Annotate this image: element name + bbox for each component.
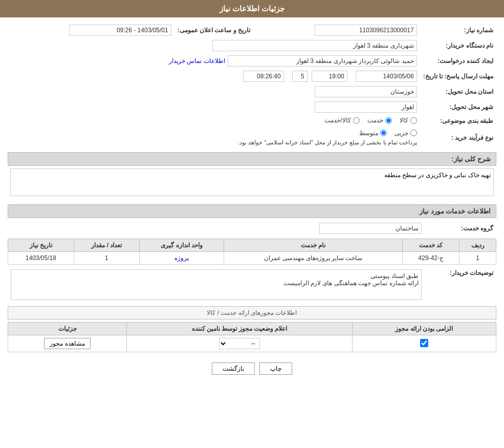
cell-tedad: 1 [74, 252, 140, 265]
ijadKonande-value: حمید شالوئی کاربرداز شهرداری منطقه 3 اهو… [228, 55, 417, 67]
col-tarikh: تاریخ نیاز [8, 239, 74, 252]
cell-name: ساخت سایر پروژه‌های مهندسی عمران [224, 252, 402, 265]
mohlat-baghimande: 08:26:40 [243, 71, 284, 82]
footer-buttons: چاپ بازگشت [8, 355, 496, 382]
cell-radif: 1 [459, 252, 496, 265]
cell-code: ج-42-429 [403, 252, 459, 265]
cell-elzami [352, 335, 496, 352]
mojaz-section-title: اطلاعات مجوزهای ارائه خدمت / کالا [8, 306, 496, 319]
shomareNiaz-value: 1103096213000017 [315, 25, 417, 36]
bazgasht-button[interactable]: بازگشت [212, 362, 255, 375]
col-joziat: جزئیات [8, 323, 127, 335]
cell-joziat: مشاهده مجوز [8, 335, 127, 352]
ostan-label: استان محل تحویل: [420, 84, 496, 99]
grohe-value: ساختمان [319, 223, 422, 234]
noe-motavas[interactable]: متوسط [359, 130, 387, 137]
ostan-value: خوزستان [315, 86, 417, 97]
namDastgah-label: نام دستگاه خریدار: [420, 38, 496, 53]
col-elzami: الزامی بودن ارائه مجوز [352, 323, 496, 335]
page-title: جزئیات اطلاعات نیاز [220, 4, 284, 13]
mohlat-saat: 19:00 [312, 71, 347, 82]
shahr-value: اهواز [315, 101, 417, 113]
tabaqe-kala[interactable]: کالا [400, 117, 417, 124]
col-elamvaz: اعلام وضعیت مجوز توسط نامین کننده [127, 323, 353, 335]
ijadKonande-label: ایجاد کننده درخواست: [420, 53, 496, 69]
khadamat-section-title: اطلاعات خدمات مورد نیاز [8, 204, 496, 218]
tozihat-label: توضیحات خریدار: [425, 267, 496, 302]
sharh-section-title: شرح کلی نیاز: [8, 152, 496, 166]
elamvaz-select[interactable]: -- [219, 338, 260, 349]
cell-unit: پروژه [140, 252, 224, 265]
shahr-label: شهر محل تحویل: [420, 99, 496, 115]
tozihat-box: طبق اسناد پیوستی ارائه شماره تماس جهت هم… [11, 269, 422, 300]
namDastgah-value: شهرداری منطقه 3 اهواز [212, 40, 417, 51]
page-header: جزئیات اطلاعات نیاز [0, 0, 504, 17]
col-name: نام خدمت [224, 239, 402, 252]
cell-tarikh: 1403/05/18 [8, 252, 74, 265]
col-unit: واحد اندازه گیری [140, 239, 224, 252]
tabaqe-kala-khedmat[interactable]: کالا/خدمت [324, 117, 359, 124]
tozihat-table: توضیحات خریدار: طبق اسناد پیوستی ارائه ش… [8, 267, 496, 302]
tabaqe-label: طبقه بندی موضوعی: [420, 115, 496, 127]
tarikhElan-value: 1403/05/01 - 09:26 [69, 25, 171, 36]
page-wrapper: جزئیات اطلاعات نیاز شماره نیاز: 11030962… [0, 0, 504, 448]
tozihat-line1: طبق اسناد پیوستی [14, 272, 419, 280]
mohlat-rooz: 5 [292, 71, 308, 82]
main-content: شماره نیاز: 1103096213000017 تاریخ و ساع… [0, 17, 504, 388]
table-row: -- مشاهده مجوز [8, 335, 496, 352]
col-code: کد خدمت [403, 239, 459, 252]
col-radif: ردیف [459, 239, 496, 252]
tabaqe-khedmat[interactable]: خدمت [367, 117, 392, 124]
mohlat-date: 1403/05/06 [356, 71, 417, 82]
services-table: ردیف کد خدمت نام خدمت واحد اندازه گیری ت… [8, 239, 496, 265]
grohe-table: گروه خدمت: ساختمان [8, 221, 496, 236]
elzami-checkbox[interactable] [420, 339, 428, 347]
chap-button[interactable]: چاپ [259, 362, 292, 375]
mojaz-table: الزامی بودن ارائه مجوز اعلام وضعیت مجوز … [8, 322, 496, 352]
basic-info-table: شماره نیاز: 1103096213000017 تاریخ و ساع… [8, 23, 496, 148]
ettelaat-tamas-link[interactable]: اطلاعات تماس خریدار [169, 57, 225, 65]
col-tedad: تعداد / مقدار [74, 239, 140, 252]
process-note: پرداخت تمام یا بخشی از مبلغ خریدار از مح… [11, 139, 417, 146]
tozihat-line2: ارائه شماره تماس جهت هماهنگی های لازم ال… [14, 280, 419, 287]
table-row: 1 ج-42-429 ساخت سایر پروژه‌های مهندسی عم… [8, 252, 496, 265]
moshahede-button[interactable]: مشاهده مجوز [44, 338, 90, 349]
grohe-label: گروه خدمت: [425, 221, 496, 236]
shomareNiaz-label: شماره نیاز: [420, 23, 496, 38]
cell-elamvaz: -- [127, 335, 353, 352]
noe-label: نوع فرآیند خرید : [420, 127, 496, 148]
sharh-textarea[interactable] [10, 168, 494, 196]
mohlat-label: مهلت ارسال پاسخ: تا تاریخ: [420, 69, 496, 84]
tarikhElan-label: تاریخ و ساعت اعلان عمومی: [174, 23, 253, 38]
noe-jozi[interactable]: جزیی [395, 130, 417, 137]
